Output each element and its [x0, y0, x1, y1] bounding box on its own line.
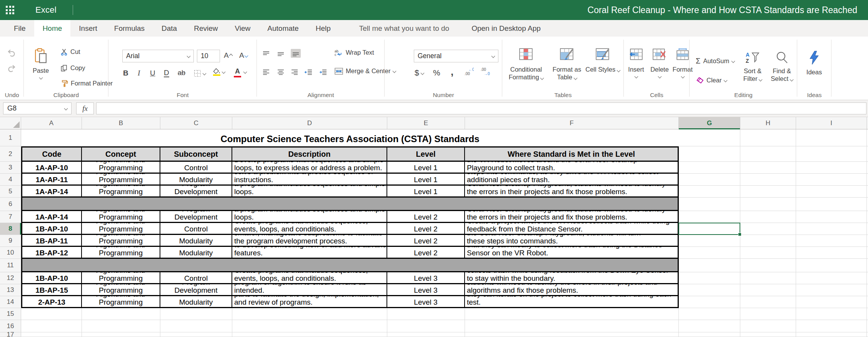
- separator-row-11[interactable]: [21, 259, 679, 272]
- cell-E14[interactable]: Level 3: [387, 296, 465, 308]
- cell-H1[interactable]: [740, 129, 796, 146]
- app-launcher-button[interactable]: [0, 0, 20, 20]
- font-family-select[interactable]: Arial: [122, 50, 194, 62]
- cell-A5[interactable]: 1A-AP-14: [21, 186, 82, 198]
- cell-H17[interactable]: [740, 332, 796, 337]
- decrease-indent-button[interactable]: [305, 69, 313, 75]
- column-header-A[interactable]: A: [21, 117, 82, 129]
- cell-D9[interactable]: smaller, manageable subproblems to facil…: [232, 235, 387, 247]
- increase-indent-button[interactable]: [319, 69, 327, 75]
- cell-H16[interactable]: [740, 320, 796, 332]
- name-box[interactable]: G8: [3, 102, 72, 114]
- cell-B9[interactable]: Algorithms andProgramming: [82, 235, 160, 247]
- align-top-button[interactable]: [262, 50, 270, 57]
- double-underline-button[interactable]: D: [164, 69, 169, 77]
- row-header-17[interactable]: 17: [0, 332, 21, 337]
- cell-E9[interactable]: Level 2: [387, 235, 465, 247]
- sort-filter-button[interactable]: AZ Sort & Filter: [739, 51, 766, 82]
- cell-G6[interactable]: [679, 198, 740, 211]
- cell-B12[interactable]: Algorithms andProgramming: [82, 272, 160, 284]
- decrease-decimal-button[interactable]: .00→0: [480, 67, 490, 76]
- align-left-button[interactable]: [262, 69, 270, 75]
- borders-button[interactable]: [194, 70, 206, 77]
- menu-tab-formulas[interactable]: Formulas: [106, 20, 153, 37]
- cell-I15[interactable]: [796, 308, 867, 320]
- format-painter-button[interactable]: Format Painter: [61, 80, 113, 87]
- increase-decimal-button[interactable]: ←0.00: [464, 67, 474, 76]
- cell-G1[interactable]: [679, 129, 740, 146]
- cell-F16[interactable]: [465, 320, 679, 332]
- strikethrough-button[interactable]: ab: [178, 69, 185, 77]
- autosum-button[interactable]: Σ AutoSum: [696, 57, 735, 65]
- row-header-15[interactable]: 15: [0, 308, 21, 320]
- delete-cells-button[interactable]: Delete: [649, 48, 670, 78]
- separator-row-6[interactable]: [21, 198, 679, 211]
- decrease-font-size-button[interactable]: A: [239, 51, 248, 60]
- row-header-8[interactable]: 8: [0, 223, 21, 235]
- cell-F5[interactable]: Coral Reef Cleanup Playground, students …: [465, 186, 679, 198]
- cell-H12[interactable]: [740, 272, 796, 284]
- column-header-C[interactable]: C: [160, 117, 232, 129]
- currency-format-button[interactable]: $: [415, 68, 424, 77]
- sheet-title-cell[interactable]: Computer Science Teachers Association (C…: [21, 129, 679, 146]
- menu-tab-view[interactable]: View: [226, 20, 259, 37]
- cell-H6[interactable]: [740, 198, 796, 211]
- cell-C16[interactable]: [160, 320, 232, 332]
- cell-B13[interactable]: Algorithms andProgramming: [82, 284, 160, 296]
- cell-D13[interactable]: program or algorithm to ensure it runs a…: [232, 284, 387, 296]
- cell-G9[interactable]: [679, 235, 740, 247]
- format-as-table-button[interactable]: Format as Table: [549, 48, 585, 81]
- cell-D17[interactable]: [232, 332, 387, 337]
- cell-G5[interactable]: [679, 186, 740, 198]
- menu-tab-automate[interactable]: Automate: [259, 20, 307, 37]
- italic-button[interactable]: I: [138, 69, 140, 77]
- column-header-H[interactable]: H: [740, 117, 796, 129]
- cell-D7[interactable]: a program that includes sequences and si…: [232, 211, 387, 223]
- underline-button[interactable]: U: [150, 69, 155, 77]
- cell-H10[interactable]: [740, 247, 796, 259]
- row-header-2[interactable]: 2: [0, 146, 21, 162]
- cell-A4[interactable]: 1A-AP-11: [21, 174, 82, 186]
- cell-G17[interactable]: [679, 332, 740, 337]
- conditional-formatting-button[interactable]: Conditional Formatting: [506, 48, 546, 81]
- comma-format-button[interactable]: ,: [451, 66, 453, 78]
- menu-tab-file[interactable]: File: [5, 20, 34, 37]
- cell-C3[interactable]: Control: [160, 162, 232, 174]
- cell-I1[interactable]: [796, 129, 867, 146]
- cell-G16[interactable]: [679, 320, 740, 332]
- align-right-button[interactable]: [291, 69, 298, 75]
- cell-H11[interactable]: [740, 259, 796, 272]
- column-header-G[interactable]: G: [679, 117, 740, 129]
- cell-D10[interactable]: to develop something new or add more adv…: [232, 247, 387, 259]
- wrap-text-button[interactable]: abc Wrap Text: [335, 49, 374, 56]
- cell-D15[interactable]: [232, 308, 387, 320]
- cell-F10[interactable]: that they can modify to collect more tra…: [465, 247, 679, 259]
- menu-tab-data[interactable]: Data: [153, 20, 185, 37]
- column-header-D[interactable]: D: [232, 117, 387, 129]
- cell-B15[interactable]: [82, 308, 160, 320]
- row-header-11[interactable]: 11: [0, 259, 21, 272]
- menu-tab-review[interactable]: Review: [185, 20, 226, 37]
- cell-H9[interactable]: [740, 235, 796, 247]
- cell-A12[interactable]: 1B-AP-10: [21, 272, 82, 284]
- cell-A16[interactable]: [21, 320, 82, 332]
- cell-H13[interactable]: [740, 284, 796, 296]
- tell-me-button[interactable]: Tell me what you want to do: [359, 20, 449, 37]
- cell-D3[interactable]: Develop programs with sequences and simp…: [232, 162, 387, 174]
- row-header-10[interactable]: 10: [0, 247, 21, 259]
- cell-B7[interactable]: Algorithms andProgramming: [82, 211, 160, 223]
- cell-D4[interactable]: solve a problem into a precise sequence …: [232, 174, 387, 186]
- cell-I8[interactable]: [796, 223, 867, 235]
- cell-G11[interactable]: [679, 259, 740, 272]
- cell-A14[interactable]: 2-AP-13: [21, 296, 82, 308]
- cell-G15[interactable]: [679, 308, 740, 320]
- clear-button[interactable]: Clear: [696, 77, 727, 84]
- cell-G10[interactable]: [679, 247, 740, 259]
- cell-A13[interactable]: 1B-AP-15: [21, 284, 82, 296]
- menu-tab-insert[interactable]: Insert: [70, 20, 106, 37]
- row-header-4[interactable]: 4: [0, 174, 21, 186]
- cell-B10[interactable]: Algorithms andProgramming: [82, 247, 160, 259]
- cell-C8[interactable]: Control: [160, 223, 232, 235]
- increase-font-size-button[interactable]: A: [224, 51, 232, 60]
- cell-B4[interactable]: Algorithms andProgramming: [82, 174, 160, 186]
